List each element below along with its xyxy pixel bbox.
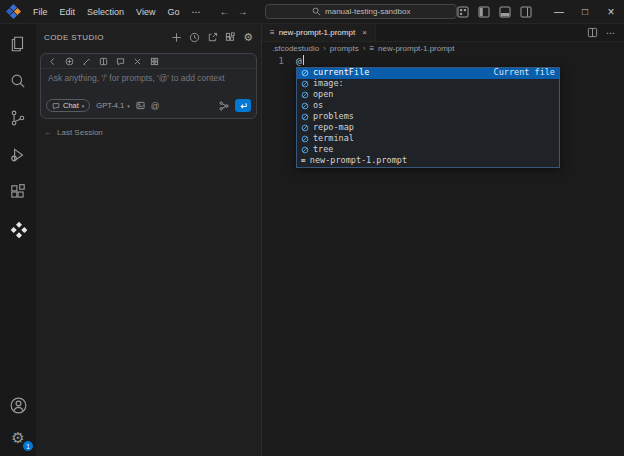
app-logo-icon	[7, 5, 20, 18]
activity-bar: ⚙ 1	[0, 24, 36, 456]
minimize-button[interactable]: —	[546, 0, 572, 23]
prompt-file-icon: ≡	[270, 28, 275, 37]
suggest-label: new-prompt-1.prompt	[310, 155, 407, 167]
sidebar-settings-icon[interactable]: ⚙	[243, 32, 253, 43]
menu-go[interactable]: Go	[162, 5, 184, 19]
toggle-secondary-sidebar-icon[interactable]	[520, 6, 532, 18]
suggest-detail: Current file	[494, 67, 555, 79]
explorer-icon[interactable]	[7, 33, 29, 55]
toggle-primary-sidebar-icon[interactable]	[478, 6, 490, 18]
suggest-item-repo-map[interactable]: repo-map	[297, 123, 559, 134]
split-editor-icon[interactable]	[587, 27, 598, 38]
suggest-item-image[interactable]: image:	[297, 79, 559, 90]
back-icon[interactable]: ←	[219, 6, 229, 17]
editor-group: ≡ new-prompt-1.prompt × ⋯ .sfcodestudio …	[262, 24, 624, 456]
close-all-icon[interactable]	[133, 57, 142, 66]
tab-new-prompt-1[interactable]: ≡ new-prompt-1.prompt ×	[262, 24, 376, 41]
symbol-icon	[301, 135, 309, 143]
chat-box: Ask anything, '/' for prompts, '@' to ad…	[40, 53, 257, 119]
open-external-icon[interactable]	[207, 32, 218, 43]
menu-overflow[interactable]: ⋯	[186, 5, 205, 19]
editor-content[interactable]: 1 @ currentFile Current file image:	[262, 55, 624, 456]
breadcrumb-separator: ›	[323, 44, 326, 53]
chevron-down-icon: ▾	[127, 103, 130, 109]
account-icon[interactable]	[7, 394, 29, 416]
mode-selector[interactable]: Chat ▾	[46, 99, 90, 112]
extensions-icon[interactable]	[7, 181, 29, 203]
more-actions-icon[interactable]: ⋯	[606, 28, 616, 38]
symbol-icon	[301, 69, 309, 77]
suggest-item-tree[interactable]: tree	[297, 145, 559, 156]
circle-plus-icon[interactable]	[65, 57, 74, 66]
send-button[interactable]	[235, 99, 251, 112]
window-controls: — □ ×	[546, 0, 624, 23]
close-button[interactable]: ×	[598, 0, 624, 23]
suggest-item-open[interactable]: open	[297, 90, 559, 101]
suggest-label: problems	[313, 111, 354, 123]
breadcrumb-file[interactable]: new-prompt-1.prompt	[378, 44, 454, 53]
enter-arrow-icon	[239, 102, 248, 110]
comment-icon[interactable]	[116, 57, 125, 66]
suggest-label: terminal	[313, 133, 354, 145]
menu-view[interactable]: View	[131, 5, 160, 19]
edit-pencil-icon[interactable]	[82, 57, 91, 66]
settings-gear-icon[interactable]: ⚙ 1	[7, 426, 29, 448]
book-icon[interactable]	[99, 57, 108, 66]
suggest-item-os[interactable]: os	[297, 101, 559, 112]
layout-controls	[457, 6, 532, 18]
sidebar-header: CODE STUDIO ⚙	[36, 24, 261, 50]
customize-layout-icon[interactable]	[457, 6, 469, 18]
prompt-file-icon: ≡	[301, 155, 306, 167]
search-value: manual-testing-sandbox	[325, 7, 410, 16]
maximize-button[interactable]: □	[572, 0, 598, 23]
breadcrumb-folder[interactable]: .sfcodestudio	[272, 44, 319, 53]
titlebar-right: — □ ×	[457, 0, 624, 23]
last-session-link[interactable]: ← Last Session	[44, 128, 261, 137]
breadcrumb-folder[interactable]: prompts	[330, 44, 359, 53]
add-context-icon[interactable]: @	[151, 101, 160, 111]
line-number-gutter: 1	[262, 55, 296, 456]
chat-toolbar	[41, 54, 256, 69]
menu-edit[interactable]: Edit	[55, 5, 81, 19]
breadcrumb: .sfcodestudio › prompts › ≡ new-prompt-1…	[262, 42, 624, 55]
activity-bar-bottom: ⚙ 1	[7, 394, 29, 456]
history-icon[interactable]	[189, 32, 200, 43]
apps-grid-icon[interactable]	[225, 32, 236, 43]
run-debug-icon[interactable]	[7, 144, 29, 166]
suggest-label: open	[313, 89, 333, 101]
code-studio-sidebar: CODE STUDIO ⚙	[36, 24, 262, 456]
tab-label: new-prompt-1.prompt	[279, 28, 355, 37]
share-icon[interactable]	[219, 101, 229, 111]
suggest-label: currentFile	[313, 67, 369, 79]
chat-input-placeholder: Ask anything, '/' for prompts, '@' to ad…	[48, 73, 225, 83]
search-icon	[312, 7, 321, 16]
menu-file[interactable]: File	[28, 5, 53, 19]
model-selector[interactable]: GPT-4.1 ▾	[96, 101, 129, 110]
menu-selection[interactable]: Selection	[82, 5, 129, 19]
sidebar-title: CODE STUDIO	[44, 33, 104, 42]
menu-bar: File Edit Selection View Go ⋯	[28, 5, 205, 19]
code-studio-view-icon[interactable]	[7, 218, 29, 240]
forward-icon[interactable]: →	[237, 6, 247, 17]
suggest-label: tree	[313, 144, 333, 156]
toggle-panel-icon[interactable]	[499, 6, 511, 18]
source-control-icon[interactable]	[7, 107, 29, 129]
grid-icon[interactable]	[150, 57, 159, 66]
search-view-icon[interactable]	[7, 70, 29, 92]
command-center-search[interactable]: manual-testing-sandbox	[265, 4, 457, 19]
suggest-label: repo-map	[313, 122, 354, 134]
editor-actions: ⋯	[587, 24, 624, 41]
suggest-item-new-prompt-file[interactable]: ≡ new-prompt-1.prompt	[297, 156, 559, 167]
suggest-item-problems[interactable]: problems	[297, 112, 559, 123]
suggest-item-currentfile[interactable]: currentFile Current file	[297, 68, 559, 79]
suggest-item-terminal[interactable]: terminal	[297, 134, 559, 145]
chevron-left-icon[interactable]	[48, 57, 57, 66]
chat-input[interactable]: Ask anything, '/' for prompts, '@' to ad…	[41, 69, 256, 96]
suggest-widget: currentFile Current file image: open os	[296, 67, 560, 168]
breadcrumb-separator: ›	[363, 44, 366, 53]
attach-image-icon[interactable]	[136, 101, 145, 110]
tab-close-icon[interactable]: ×	[362, 28, 367, 37]
arrow-left-icon: ←	[44, 128, 52, 137]
new-session-icon[interactable]	[171, 32, 182, 43]
symbol-icon	[301, 91, 309, 99]
